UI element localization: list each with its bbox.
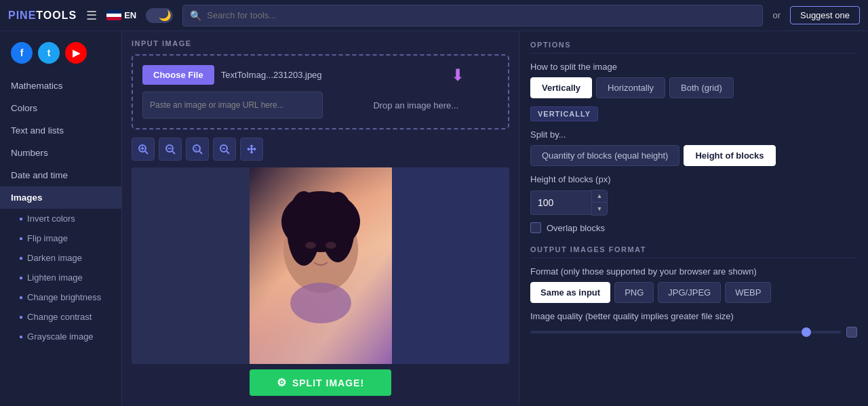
svg-line-1 (145, 151, 148, 154)
gear-icon: ⚙ (277, 376, 287, 389)
quality-row (530, 327, 857, 338)
bullet-icon: ● (19, 235, 23, 242)
twitter-button[interactable]: t (38, 42, 60, 64)
split-vertically-button[interactable]: Vertically (530, 77, 592, 98)
height-spinner-up[interactable]: ▲ (592, 190, 607, 203)
search-bar: 🔍 (182, 5, 763, 26)
format-png-button[interactable]: PNG (614, 282, 654, 303)
split-image-button[interactable]: ⚙ SPLIT IMAGE! (250, 369, 391, 396)
hamburger-menu[interactable]: ☰ (86, 8, 97, 23)
svg-point-19 (326, 242, 336, 249)
paste-area[interactable]: Paste an image or image URL here... (142, 92, 323, 119)
zoom-controls: 1:1 (132, 138, 509, 161)
svg-line-5 (172, 151, 175, 154)
search-input[interactable] (207, 10, 755, 20)
zoom-in-button[interactable] (132, 138, 155, 161)
svg-point-17 (321, 192, 355, 262)
top-nav: PINETOOLS ☰ EN 🔍 or Suggest one (0, 0, 868, 31)
options-title: OPTIONS (530, 41, 857, 54)
sidebar-item-colors[interactable]: Colors (0, 97, 121, 119)
split-both-button[interactable]: Both (grid) (669, 77, 734, 98)
vertically-badge: VERTICALLY (530, 106, 598, 121)
bullet-icon: ● (19, 254, 23, 262)
split-horizontally-button[interactable]: Horizontally (596, 77, 665, 98)
drop-icon: ⬇ (451, 66, 465, 85)
svg-point-14 (290, 283, 351, 323)
height-input[interactable] (530, 190, 591, 215)
svg-point-18 (305, 242, 316, 249)
output-format-title: OUTPUT IMAGES FORMAT (530, 245, 857, 258)
search-icon: 🔍 (190, 10, 201, 21)
quality-slider[interactable] (530, 331, 841, 333)
sidebar-sub-change-brightness[interactable]: ● Change brightness (0, 287, 121, 307)
flag-icon (106, 10, 121, 20)
right-panel: OPTIONS How to split the image Verticall… (519, 31, 868, 406)
format-same-button[interactable]: Same as input (530, 282, 610, 303)
sidebar-sub-invert-colors[interactable]: ● Invert colors (0, 209, 121, 228)
quality-label: Image quality (better quality implies gr… (530, 311, 857, 321)
input-image-label: INPUT IMAGE (132, 39, 509, 47)
main-content: INPUT IMAGE Choose File TextToImag...231… (122, 31, 519, 406)
bullet-icon: ● (19, 293, 23, 301)
sidebar-sub-darken-image[interactable]: ● Darken image (0, 248, 121, 268)
sidebar-sub-lighten-image[interactable]: ● Lighten image (0, 268, 121, 287)
sidebar-sub-flip-image[interactable]: ● Flip image (0, 228, 121, 248)
split-method-group: Vertically Horizontally Both (grid) (530, 77, 857, 98)
sidebar-item-images[interactable]: Images (0, 186, 121, 209)
drop-text[interactable]: Drop an image here... (334, 100, 499, 110)
split-label: How to split the image (530, 62, 857, 72)
choose-file-button[interactable]: Choose File (142, 65, 214, 85)
format-webp-button[interactable]: WEBP (725, 282, 771, 303)
height-spinners: ▲ ▼ (591, 190, 608, 216)
sidebar-item-numbers[interactable]: Numbers (0, 142, 121, 164)
or-label: or (772, 10, 781, 20)
overlap-checkbox[interactable] (530, 222, 541, 233)
file-row: Choose File TextToImag...231203.jpeg ⬇ (142, 65, 498, 85)
bullet-icon: ● (19, 215, 23, 222)
dark-mode-toggle[interactable] (146, 8, 173, 23)
preview-bg-right (392, 167, 510, 364)
social-icons: f t ▶ (0, 42, 121, 75)
height-label: Height of blocks (px) (530, 174, 857, 184)
sidebar-item-text-and-lists[interactable]: Text and lists (0, 119, 121, 142)
zoom-fit-button[interactable] (213, 138, 236, 161)
preview-image (250, 167, 392, 364)
format-jpg-button[interactable]: JPG/JPEG (658, 282, 721, 303)
sidebar-item-date-and-time[interactable]: Date and time (0, 164, 121, 186)
options-section: OPTIONS How to split the image Verticall… (530, 41, 857, 233)
overlap-label: Overlap blocks (547, 223, 605, 233)
height-input-group: ▲ ▼ (530, 190, 857, 216)
drop-area: Paste an image or image URL here... Drop… (142, 92, 498, 119)
svg-line-11 (226, 151, 229, 154)
sidebar: f t ▶ Mathematics Colors Text and lists … (0, 31, 122, 406)
split-by-label: Split by... (530, 129, 857, 140)
height-spinner-down[interactable]: ▼ (592, 203, 607, 215)
suggest-button[interactable]: Suggest one (790, 6, 860, 24)
image-svg (250, 167, 392, 364)
sidebar-item-mathematics[interactable]: Mathematics (0, 75, 121, 97)
split-by-quantity-button[interactable]: Quantity of blocks (equal height) (530, 145, 679, 166)
move-button[interactable] (240, 138, 263, 161)
output-format-section: OUTPUT IMAGES FORMAT Format (only those … (530, 245, 857, 338)
zoom-reset-button[interactable]: 1:1 (186, 138, 209, 161)
split-by-height-button[interactable]: Height of blocks (684, 145, 775, 166)
svg-line-8 (199, 151, 202, 154)
drop-zone[interactable]: ⬇ (417, 66, 498, 85)
split-by-group: Quantity of blocks (equal height) Height… (530, 145, 857, 166)
zoom-out-button[interactable] (159, 138, 182, 161)
sidebar-sub-grayscale-image[interactable]: ● Grayscale image (0, 327, 121, 346)
format-label: Format (only those supported by your bro… (530, 266, 857, 277)
language-selector[interactable]: EN (106, 10, 136, 20)
main-layout: f t ▶ Mathematics Colors Text and lists … (0, 31, 868, 406)
overlap-row: Overlap blocks (530, 222, 857, 233)
youtube-button[interactable]: ▶ (65, 42, 87, 64)
input-image-box: Choose File TextToImag...231203.jpeg ⬇ P… (132, 54, 509, 129)
format-group: Same as input PNG JPG/JPEG WEBP (530, 282, 857, 303)
sidebar-sub-change-contrast[interactable]: ● Change contrast (0, 307, 121, 327)
svg-text:1:1: 1:1 (195, 146, 201, 151)
quality-value-box (846, 327, 857, 338)
facebook-button[interactable]: f (11, 42, 33, 64)
bullet-icon: ● (19, 313, 23, 321)
bullet-icon: ● (19, 333, 23, 340)
logo: PINETOOLS (8, 9, 77, 22)
